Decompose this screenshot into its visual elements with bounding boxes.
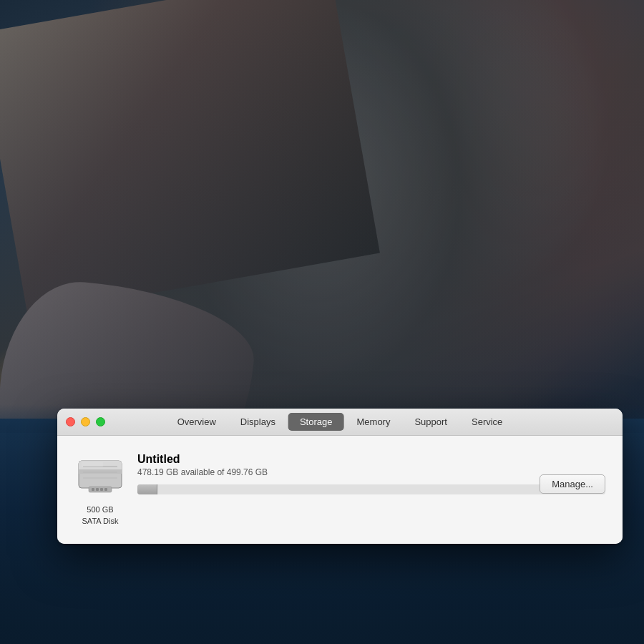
drive-name: Untitled: [137, 453, 605, 466]
manage-button[interactable]: Manage...: [540, 474, 605, 494]
rock-shape-1: [0, 0, 380, 315]
drive-icon: [74, 450, 126, 502]
window-titlebar: Overview Displays Storage Memory Support…: [57, 409, 623, 436]
tab-service[interactable]: Service: [460, 413, 514, 431]
svg-rect-7: [92, 488, 94, 491]
rock-layer: [0, 0, 644, 644]
svg-rect-8: [96, 488, 99, 491]
svg-rect-2: [79, 469, 122, 474]
hard-drive-svg: [76, 455, 125, 497]
maximize-button[interactable]: [96, 417, 105, 426]
close-button[interactable]: [66, 417, 75, 426]
system-information-window: Overview Displays Storage Memory Support…: [57, 409, 623, 544]
tab-bar: Overview Displays Storage Memory Support…: [166, 413, 514, 431]
traffic-lights: [66, 417, 105, 426]
window-content: 500 GB SATA Disk Untitled 478.19 GB avai…: [57, 436, 623, 544]
drive-section: 500 GB SATA Disk Untitled 478.19 GB avai…: [74, 450, 605, 527]
drive-size-label: 500 GB SATA Disk: [82, 504, 119, 527]
tab-memory[interactable]: Memory: [346, 413, 402, 431]
tab-storage[interactable]: Storage: [288, 413, 344, 431]
drive-available-text: 478.19 GB available of 499.76 GB: [137, 467, 605, 477]
storage-bar-container: [137, 484, 605, 494]
tab-displays[interactable]: Displays: [229, 413, 287, 431]
svg-rect-9: [100, 488, 103, 491]
svg-rect-10: [104, 488, 107, 491]
storage-bar-used: [137, 484, 157, 494]
tab-overview[interactable]: Overview: [166, 413, 228, 431]
minimize-button[interactable]: [81, 417, 90, 426]
drive-info: Untitled 478.19 GB available of 499.76 G…: [137, 450, 605, 499]
drive-icon-area: 500 GB SATA Disk: [74, 450, 126, 527]
svg-rect-11: [82, 462, 103, 467]
tab-support[interactable]: Support: [403, 413, 459, 431]
desktop-background: [0, 0, 644, 644]
